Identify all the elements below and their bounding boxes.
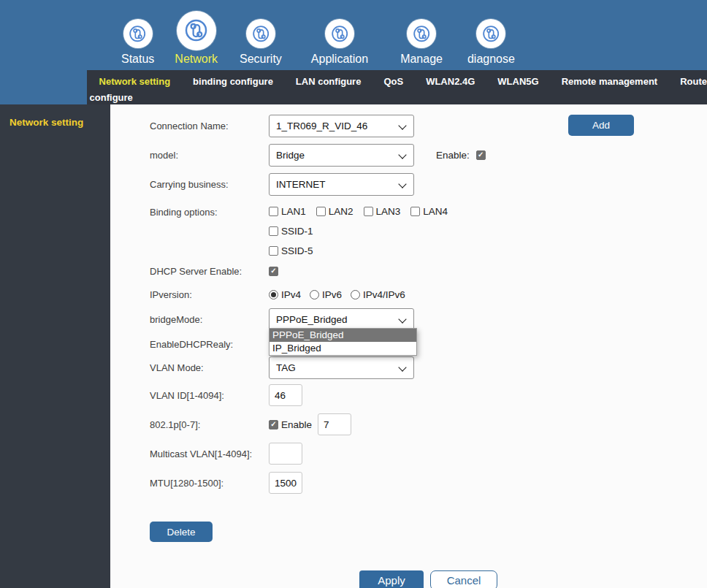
connection-name-select[interactable]: 1_TR069_R_VID_46	[269, 115, 414, 137]
model-value: Bridge	[276, 150, 305, 161]
8021p-enable-checkbox[interactable]: ✓	[269, 420, 278, 429]
diagnose-icon	[476, 19, 505, 48]
dhcp-server-enable-checkbox[interactable]: ✓	[269, 267, 278, 276]
menu-label-application: Application	[311, 53, 368, 70]
multicast-vlan-label: Multicast VLAN[1-4094]:	[150, 448, 269, 459]
connection-name-value: 1_TR069_R_VID_46	[276, 121, 367, 131]
menu-item-diagnose[interactable]: diagnose	[467, 4, 515, 70]
8021p-input[interactable]	[318, 413, 351, 435]
subnav-bar: Network settingbinding configureLAN conf…	[87, 70, 707, 104]
subnav-line2: configure	[87, 91, 707, 104]
top-menu: Status Network	[0, 0, 515, 70]
status-icon	[123, 19, 153, 48]
menu-label-diagnose: diagnose	[467, 53, 515, 70]
delete-button[interactable]: Delete	[150, 522, 213, 542]
8021p-enable-label: Enable	[281, 419, 312, 430]
subnav-item-wlan5g[interactable]: WLAN5G	[497, 76, 538, 87]
lan2-checkbox[interactable]	[316, 207, 326, 216]
ssid5-checkbox[interactable]	[269, 246, 278, 256]
apply-button[interactable]: Apply	[359, 570, 424, 588]
menu-label-status: Status	[121, 53, 154, 70]
carrying-business-label: Carrying business:	[150, 179, 269, 190]
sidebar-item-network-setting[interactable]: Network setting	[0, 117, 110, 128]
vlan-id-input[interactable]	[269, 384, 302, 406]
subnav-item-route-configure[interactable]: Route	[680, 76, 707, 87]
bridgemode-dropdown-list: PPPoE_Bridged IP_Bridged	[269, 328, 417, 356]
model-select[interactable]: Bridge	[269, 144, 414, 167]
lan4-checkbox[interactable]	[410, 207, 420, 216]
model-enable-checkbox[interactable]: ✓	[476, 150, 486, 160]
menu-label-manage: Manage	[400, 53, 443, 70]
dropdown-option-ip-bridged[interactable]: IP_Bridged	[270, 342, 416, 355]
subnav-line1: Network settingbinding configureLAN conf…	[87, 72, 707, 91]
lan3-checkbox[interactable]	[364, 207, 373, 216]
multicast-vlan-input[interactable]	[269, 443, 302, 465]
ssid5-label: SSID-5	[281, 245, 313, 256]
manage-icon	[407, 19, 436, 48]
ipv4-label: IPv4	[281, 289, 301, 300]
bridgemode-select[interactable]: PPPoE_Bridged	[269, 308, 414, 331]
ipv4-ipv6-label: IPv4/IPv6	[363, 289, 405, 300]
carrying-business-value: INTERNET	[276, 179, 326, 190]
vlan-mode-label: VLAN Mode:	[150, 362, 269, 373]
subnav-item-route-configure-wrap[interactable]: configure	[90, 92, 133, 103]
ssid1-checkbox[interactable]	[269, 226, 278, 236]
sidebar: Network setting	[0, 104, 110, 588]
mtu-label: MTU[1280-1500]:	[150, 478, 269, 489]
menu-label-network: Network	[175, 53, 218, 70]
ipversion-label: IPversion:	[150, 289, 269, 300]
top-header: Status Network	[0, 0, 707, 70]
model-label: model:	[150, 150, 269, 161]
dhcp-server-enable-label: DHCP Server Enable:	[150, 266, 269, 277]
binding-options-label: Binding options:	[150, 202, 269, 261]
8021p-label: 802.1p[0-7]:	[150, 419, 269, 430]
subnav-item-network-setting[interactable]: Network setting	[99, 76, 171, 87]
cancel-button[interactable]: Cancel	[430, 570, 497, 588]
ipv4-radio[interactable]	[269, 290, 278, 299]
subnav-item-remote-management[interactable]: Remote management	[562, 76, 657, 87]
vlan-id-label: VLAN ID[1-4094]:	[150, 390, 269, 401]
ipv6-radio[interactable]	[310, 290, 319, 299]
dropdown-option-pppoe-bridged[interactable]: PPPoE_Bridged	[270, 329, 416, 342]
ipv6-label: IPv6	[322, 289, 342, 300]
menu-item-network[interactable]: Network	[175, 4, 218, 70]
menu-item-application[interactable]: Application	[311, 4, 368, 70]
ipv4-ipv6-radio[interactable]	[351, 290, 360, 299]
menu-label-security: Security	[240, 53, 282, 70]
subnav-item-qos[interactable]: QoS	[383, 76, 403, 87]
carrying-business-select[interactable]: INTERNET	[269, 173, 414, 196]
lan1-label: LAN1	[281, 206, 306, 217]
mtu-input[interactable]	[269, 472, 302, 494]
security-icon	[246, 19, 275, 48]
connection-name-label: Connection Name:	[150, 121, 269, 131]
add-button[interactable]: Add	[568, 115, 634, 136]
bridgemode-label: bridgeMode:	[150, 314, 269, 325]
vlan-mode-select[interactable]: TAG	[269, 356, 414, 379]
vlan-mode-value: TAG	[276, 362, 296, 373]
lan1-checkbox[interactable]	[269, 207, 278, 216]
subnav-item-wlan24g[interactable]: WLAN2.4G	[426, 76, 475, 87]
form-panel: Connection Name: 1_TR069_R_VID_46 Add mo…	[110, 104, 707, 588]
ssid1-label: SSID-1	[281, 226, 313, 237]
application-icon	[325, 19, 354, 48]
subnav-item-binding-configure[interactable]: binding configure	[193, 76, 273, 87]
lan4-label: LAN4	[423, 206, 448, 217]
menu-item-security[interactable]: Security	[240, 4, 282, 70]
menu-item-status[interactable]: Status	[121, 4, 154, 70]
model-enable-label: Enable:	[436, 150, 470, 161]
subnav-left-spacer	[0, 70, 87, 104]
menu-item-manage[interactable]: Manage	[400, 4, 443, 70]
lan2-label: LAN2	[329, 206, 354, 217]
bridgemode-value: PPPoE_Bridged	[276, 314, 348, 325]
enabledhcprealy-label: EnableDHCPRealy:	[150, 339, 269, 350]
network-icon	[177, 11, 216, 50]
lan3-label: LAN3	[376, 206, 401, 217]
subnav-item-lan-configure[interactable]: LAN configure	[296, 76, 362, 87]
